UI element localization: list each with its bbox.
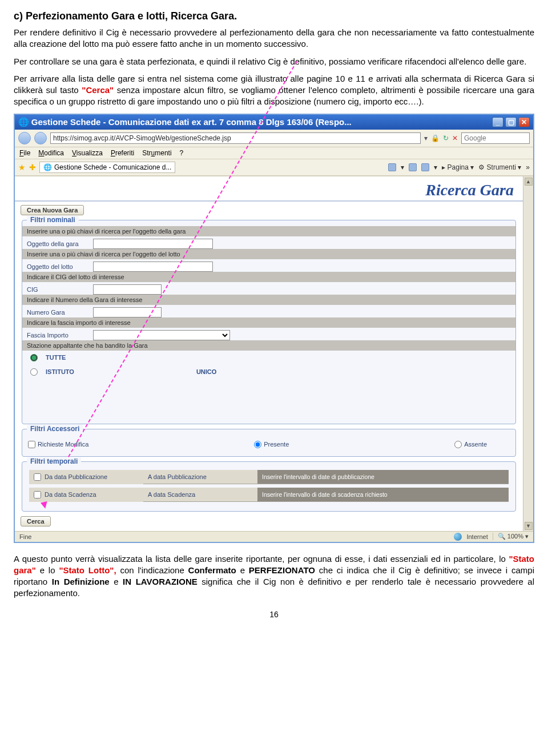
- legend-filtri-nominali: Filtri nominali: [27, 216, 79, 224]
- toolbar-overflow-icon[interactable]: »: [526, 163, 530, 171]
- menu-help[interactable]: ?: [180, 149, 184, 157]
- p3-cerca: "Cerca": [82, 85, 114, 95]
- page-title: Ricerca Gara: [15, 176, 523, 202]
- page-number: 16: [14, 610, 534, 619]
- hint-oggetto-gara: Inserire una o più chiavi di ricerca per…: [22, 226, 515, 236]
- home-icon[interactable]: [388, 163, 396, 171]
- after-indef: In Definizione: [52, 577, 110, 586]
- browser-tab[interactable]: 🌐 Gestione Schede - Comunicazione d...: [39, 162, 175, 173]
- lock-icon: 🔒: [431, 134, 440, 142]
- menu-preferiti[interactable]: Preferiti: [111, 149, 134, 157]
- nav-forward-button[interactable]: [34, 132, 47, 144]
- callout-arrow-head: [41, 501, 49, 509]
- nav-back-button[interactable]: [18, 132, 31, 144]
- paragraph-2: Per controllare se una gara è stata perf…: [14, 56, 534, 67]
- window-titlebar: 🌐 Gestione Schede - Comunicazione dati e…: [15, 115, 533, 130]
- hint-oggetto-lotto: Inserire una o più chiavi di ricerca per…: [22, 249, 515, 259]
- menu-file[interactable]: FFileile: [19, 149, 30, 157]
- legend-filtri-accessori: Filtri Accessori: [27, 425, 83, 433]
- toolbar-strumenti[interactable]: ⚙ Strumenti ▾: [478, 163, 521, 171]
- chk-scadenza[interactable]: [34, 491, 41, 498]
- scroll-up-icon[interactable]: ▲: [525, 178, 533, 186]
- dropdown-icon[interactable]: ▾: [424, 134, 428, 142]
- after-conf: Confermato: [188, 565, 236, 575]
- label-istituto: ISTITUTO: [46, 368, 74, 375]
- status-zoom[interactable]: 🔍 100% ▾: [493, 533, 529, 540]
- feed-icon[interactable]: [409, 163, 417, 171]
- row-scadenza: Da data Scadenza A data Scadenza Inserir…: [29, 488, 509, 502]
- status-bar: Fine Internet 🔍 100% ▾: [15, 531, 533, 542]
- paragraph-1: Per rendere definitivo il Cig è necessar…: [14, 27, 534, 50]
- tab-favicon: 🌐: [43, 163, 52, 171]
- radio-assente[interactable]: [454, 441, 462, 448]
- favorites-star-icon[interactable]: ★: [18, 163, 26, 172]
- radio-istituto[interactable]: [30, 368, 38, 376]
- after-b: e lo: [36, 565, 59, 575]
- menu-visualizza[interactable]: Visualizza: [72, 149, 103, 157]
- browser-window: 🌐 Gestione Schede - Comunicazione dati e…: [14, 114, 534, 543]
- window-title: 🌐 Gestione Schede - Comunicazione dati e…: [18, 117, 352, 127]
- address-bar-row: ▾ 🔒 ↻ ✕: [15, 130, 533, 147]
- screenshot-container: 🌐 Gestione Schede - Comunicazione dati e…: [14, 114, 534, 543]
- tab-label: Gestione Schede - Comunicazione d...: [54, 163, 171, 171]
- hint-pub: Inserire l'intervallo di date di pubblic…: [257, 470, 509, 484]
- menu-bar: FFileile Modifica Visualizza Preferiti S…: [15, 147, 533, 159]
- input-oggetto-lotto[interactable]: [93, 262, 213, 272]
- toolbar-pagina[interactable]: ▸ Pagina ▾: [442, 163, 474, 171]
- label-numero-gara: Numero Gara: [27, 309, 90, 316]
- input-cig[interactable]: [93, 284, 162, 295]
- menu-strumenti[interactable]: Strumenti: [142, 149, 171, 157]
- after-a: A questo punto verrà visualizzata la lis…: [14, 554, 509, 564]
- close-button[interactable]: ✕: [518, 117, 530, 127]
- row-pubblicazione: Da data Pubblicazione A data Pubblicazio…: [29, 470, 509, 484]
- hint-cig: Indicare il CIG del lotto di interesse: [22, 272, 515, 282]
- label-unico: UNICO: [196, 368, 216, 375]
- maximize-button[interactable]: ▢: [505, 117, 517, 127]
- cerca-button[interactable]: Cerca: [21, 516, 51, 526]
- paragraph-after: A questo punto verrà visualizzata la lis…: [14, 553, 534, 600]
- hint-scad: Inserire l'intervallo di date di scadenz…: [257, 488, 509, 501]
- after-d: e: [236, 565, 249, 575]
- input-oggetto-gara[interactable]: [93, 239, 213, 249]
- label-oggetto-gara: Oggetto della gara: [27, 240, 90, 247]
- label-a-pub: A data Pubblicazione: [143, 470, 257, 484]
- globe-icon: [454, 533, 462, 541]
- chk-richieste-modifica[interactable]: [28, 441, 35, 448]
- chk-pubblicazione[interactable]: [34, 473, 41, 481]
- hint-stazione: Stazione appaltante che ha bandito la Ga…: [22, 340, 515, 351]
- minimize-button[interactable]: _: [492, 117, 503, 127]
- after-stato-lotto: "Stato Lotto",: [59, 565, 116, 575]
- label-presente: Presente: [264, 441, 289, 448]
- refresh-icon[interactable]: ↻: [443, 134, 449, 142]
- tab-toolbar: ★ ✚ 🌐 Gestione Schede - Comunicazione d.…: [15, 159, 533, 176]
- radio-tutte[interactable]: [30, 354, 38, 361]
- after-inlav: IN LAVORAZIONE: [123, 577, 198, 586]
- radio-presente[interactable]: [254, 441, 261, 448]
- search-input[interactable]: [461, 132, 530, 144]
- section-heading: c) Perfezionamento Gara e lotti, Ricerca…: [14, 10, 534, 22]
- after-f: e: [110, 577, 123, 586]
- print-icon[interactable]: [421, 163, 429, 171]
- vertical-scrollbar[interactable]: ▲ ▼: [523, 176, 533, 531]
- status-zone: Internet: [466, 533, 487, 540]
- crea-nuova-gara-button[interactable]: Crea Nuova Gara: [21, 205, 84, 215]
- select-fascia-importo[interactable]: [93, 330, 230, 340]
- page-content: Ricerca Gara Crea Nuova Gara Filtri nomi…: [15, 176, 533, 531]
- label-oggetto-lotto: Oggetto del lotto: [27, 263, 90, 270]
- favorites-add-icon[interactable]: ✚: [29, 163, 36, 172]
- status-left: Fine: [19, 533, 31, 540]
- label-da-scad: Da data Scadenza: [45, 491, 96, 498]
- label-richieste-modifica: Richieste Modifica: [38, 441, 88, 448]
- scroll-down-icon[interactable]: ▼: [525, 522, 533, 530]
- label-a-scad: A data Scadenza: [143, 488, 257, 501]
- label-tutte: TUTTE: [46, 354, 66, 361]
- fieldset-filtri-accessori: Filtri Accessori Richieste Modifica Pres…: [22, 429, 516, 457]
- after-perf: PERFEZIONATO: [249, 565, 315, 575]
- label-assente: Assente: [464, 441, 487, 448]
- paragraph-3: Per arrivare alla lista delle gare si en…: [14, 73, 534, 108]
- address-input[interactable]: [50, 132, 421, 144]
- label-cig: CIG: [27, 286, 90, 293]
- stop-icon[interactable]: ✕: [452, 134, 458, 142]
- menu-modifica[interactable]: Modifica: [38, 149, 64, 157]
- fieldset-filtri-temporali: Filtri temporali Da data Pubblicazione A…: [22, 461, 516, 512]
